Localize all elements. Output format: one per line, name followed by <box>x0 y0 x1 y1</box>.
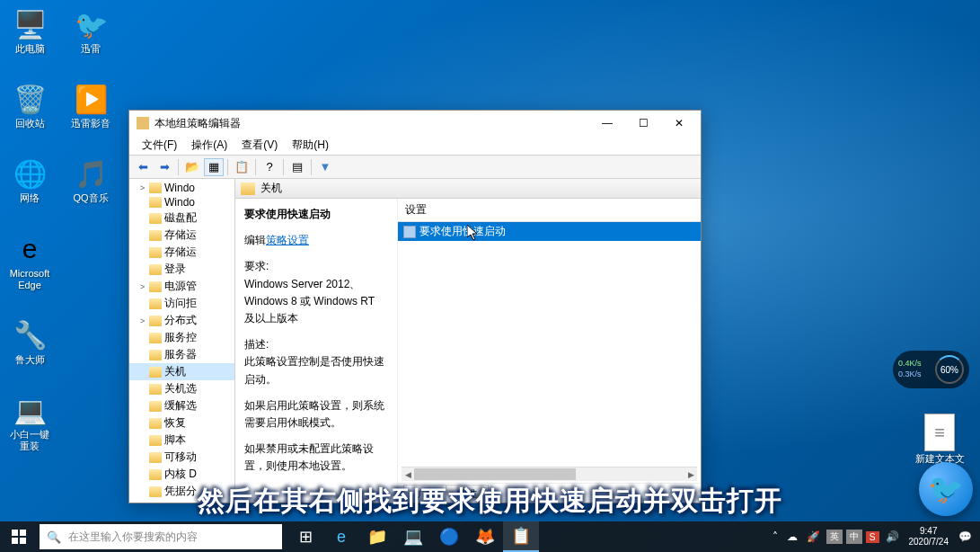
ime-lang1[interactable]: 英 <box>826 530 843 544</box>
desktop-icon[interactable]: 🎵QQ音乐 <box>68 156 113 204</box>
close-button[interactable]: ✕ <box>661 111 697 135</box>
app-icon: 🎵 <box>74 156 108 191</box>
folder-icon <box>149 418 162 429</box>
notifications-button[interactable]: 💬 <box>954 530 976 543</box>
tree-item[interactable]: 缓解选 <box>129 397 234 414</box>
desktop-icon[interactable]: eMicrosoft Edge <box>7 232 52 291</box>
edit-policy-link[interactable]: 策略设置 <box>266 234 309 246</box>
tree-item[interactable]: 服务器 <box>129 346 234 363</box>
download-speed: 0.3K/s <box>898 369 935 380</box>
tree-item[interactable]: 登录 <box>129 261 234 278</box>
system-tray: ˄ ☁ 🚀 英 中 S 🔊 9:47 2020/7/24 💬 <box>768 521 980 552</box>
tree-item[interactable]: >区域设 <box>129 500 234 503</box>
back-button[interactable]: ⬅ <box>133 158 153 176</box>
taskbar-search[interactable]: 🔍 在这里输入你要搜索的内容 <box>40 524 282 549</box>
minimize-button[interactable]: — <box>589 111 625 135</box>
app-icon: 🖥️ <box>13 7 47 41</box>
tree-item[interactable]: 关机选 <box>129 380 234 397</box>
filter-button[interactable]: ▼ <box>315 158 335 176</box>
desktop-icon[interactable]: 🖥️此电脑 <box>7 7 52 55</box>
menu-item[interactable]: 文件(F) <box>135 136 184 155</box>
tree-item[interactable]: >电源管 <box>129 278 234 295</box>
folder-icon <box>149 350 162 361</box>
list-header[interactable]: 设置 <box>398 199 701 222</box>
taskbar-app2[interactable]: 🔵 <box>431 521 467 552</box>
scroll-right-button[interactable]: ▶ <box>684 467 697 481</box>
list-item-fastboot[interactable]: 要求使用快速启动 <box>398 222 701 241</box>
tree-item[interactable]: 关机 <box>129 363 234 380</box>
ime-sougou[interactable]: S <box>866 531 879 543</box>
export-button[interactable]: 📋 <box>232 158 252 176</box>
tree-item[interactable]: 可移动 <box>129 449 234 466</box>
task-view-button[interactable]: ⊞ <box>287 521 323 552</box>
thunder-float-icon[interactable]: 🐦 <box>919 462 973 516</box>
taskbar-app3[interactable]: 🦊 <box>467 521 503 552</box>
taskbar-gpedit[interactable]: 📋 <box>503 521 539 552</box>
gpedit-window: 本地组策略编辑器 — ☐ ✕ 文件(F)操作(A)查看(V)帮助(H) ⬅ ➡ … <box>128 110 702 503</box>
tree-item[interactable]: 存储运 <box>129 227 234 244</box>
svg-rect-0 <box>12 530 18 536</box>
tray-onedrive-icon[interactable]: ☁ <box>782 530 802 543</box>
tray-chevron-up-icon[interactable]: ˄ <box>768 530 782 543</box>
app-icon: ▶️ <box>74 82 108 116</box>
maximize-button[interactable]: ☐ <box>625 111 661 135</box>
desktop-icon[interactable]: 🐦迅雷 <box>68 7 113 55</box>
tree-item[interactable]: >分布式 <box>129 312 234 329</box>
desc-para1: 如果启用此策略设置，则系统需要启用休眠模式。 <box>244 397 388 432</box>
folder-icon <box>149 384 162 395</box>
expand-icon[interactable]: > <box>140 282 149 291</box>
expand-icon[interactable]: > <box>140 183 149 192</box>
tree-item[interactable]: 存储运 <box>129 244 234 261</box>
tree-item[interactable]: >Windo <box>129 181 234 195</box>
desktop-icon[interactable]: 🔧鲁大师 <box>7 318 52 366</box>
scroll-thumb[interactable] <box>414 468 576 480</box>
tray-rocket-icon[interactable]: 🚀 <box>802 530 825 543</box>
horizontal-scrollbar[interactable]: ◀ ▶ <box>402 467 697 481</box>
start-button[interactable] <box>0 521 38 552</box>
desktop-icon[interactable]: 💻小白一键重装 <box>7 393 52 452</box>
folder-icon <box>149 452 162 463</box>
ime-lang2[interactable]: 中 <box>846 530 862 544</box>
show-hide-button[interactable]: ▦ <box>204 158 224 176</box>
desktop-icon[interactable]: 🗑️回收站 <box>7 82 52 129</box>
menu-item[interactable]: 操作(A) <box>184 136 234 155</box>
folder-icon <box>149 333 162 343</box>
up-button[interactable]: 📂 <box>182 158 202 176</box>
tree-item[interactable]: 恢复 <box>129 414 234 432</box>
taskbar-edge[interactable]: e <box>323 521 359 552</box>
tree-item[interactable]: 访问拒 <box>129 295 234 312</box>
scroll-left-button[interactable]: ◀ <box>402 467 414 481</box>
tree-item[interactable]: Windo <box>129 195 234 209</box>
view-tab[interactable]: 标准 <box>446 485 489 503</box>
refresh-button[interactable]: ? <box>260 158 279 176</box>
folder-icon <box>149 367 162 378</box>
tree-item[interactable]: 脚本 <box>129 432 234 449</box>
expand-icon[interactable]: > <box>140 316 149 325</box>
svg-rect-1 <box>20 530 26 536</box>
folder-icon <box>149 486 162 497</box>
folder-icon <box>149 264 162 275</box>
tree-item[interactable]: 磁盘配 <box>129 209 234 227</box>
menu-item[interactable]: 查看(V) <box>234 136 285 155</box>
view-tab[interactable]: 扩展 <box>403 485 446 503</box>
tree-item[interactable]: 凭据分 <box>129 483 234 500</box>
desktop-icon[interactable]: ▶️迅雷影音 <box>68 82 113 129</box>
desktop-icon[interactable]: 🌐网络 <box>7 156 52 204</box>
view-tabs: 扩展标准 <box>398 483 701 503</box>
tree-pane[interactable]: >WindoWindo磁盘配存储运存储运登录>电源管访问拒>分布式服务控服务器关… <box>129 179 235 503</box>
tray-volume-icon[interactable]: 🔊 <box>881 530 904 543</box>
menu-item[interactable]: 帮助(H) <box>285 136 336 155</box>
description-column: 要求使用快速启动 编辑策略设置 要求:Windows Server 2012、W… <box>235 199 397 503</box>
forward-button[interactable]: ➡ <box>155 158 174 176</box>
tree-item[interactable]: 内核 D <box>129 466 234 483</box>
properties-button[interactable]: ▤ <box>287 158 307 176</box>
setting-icon <box>403 226 416 238</box>
settings-list: 设置 要求使用快速启动 ◀ ▶ 扩展标准 <box>397 199 701 503</box>
taskbar-clock[interactable]: 9:47 2020/7/24 <box>904 526 955 548</box>
titlebar[interactable]: 本地组策略编辑器 — ☐ ✕ <box>129 111 701 136</box>
taskbar-app1[interactable]: 💻 <box>395 521 431 552</box>
folder-icon <box>241 183 255 195</box>
tree-item[interactable]: 服务控 <box>129 329 234 346</box>
network-monitor-widget[interactable]: 0.4K/s 0.3K/s 60% <box>893 351 969 388</box>
taskbar-explorer[interactable]: 📁 <box>359 521 395 552</box>
